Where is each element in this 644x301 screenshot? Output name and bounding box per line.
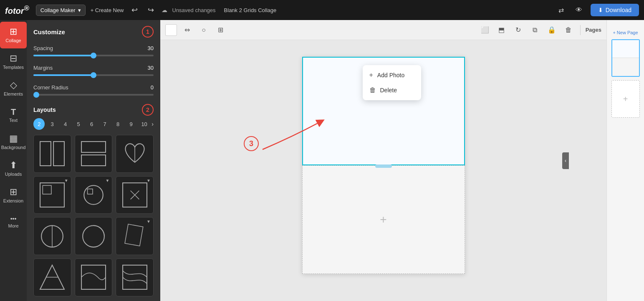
layout-thumb-9[interactable]: ▼ xyxy=(116,217,154,255)
collapse-handle[interactable]: ‹ xyxy=(562,152,569,169)
topbar: fotor® Collage Maker ▾ + Create New ↩ ↪ … xyxy=(0,0,644,20)
margins-slider-fill xyxy=(33,74,93,76)
context-menu-add-photo[interactable]: + Add Photo xyxy=(363,68,421,83)
sidebar-item-uploads[interactable]: ⬆ Uploads xyxy=(0,155,27,182)
margins-value: 30 xyxy=(148,65,154,71)
margins-slider-thumb[interactable] xyxy=(91,72,96,78)
canvas-tool-delete[interactable]: 🗑 xyxy=(562,23,575,37)
create-new-button[interactable]: + Create New xyxy=(91,7,124,13)
share-button[interactable]: ⇄ xyxy=(555,5,567,16)
add-photo-plus-bottom[interactable]: + xyxy=(380,213,386,226)
sidebar-label-more: More xyxy=(8,223,18,228)
corner-radius-value: 0 xyxy=(151,84,154,91)
extension-icon: ⊞ xyxy=(10,187,17,197)
layout-thumb-11[interactable] xyxy=(75,258,113,296)
sidebar-item-more[interactable]: ••• More xyxy=(0,209,27,235)
canvas-tool-align[interactable]: ⬒ xyxy=(495,23,508,37)
layout-num-3[interactable]: 3 xyxy=(46,118,58,130)
layout-thumb-10[interactable] xyxy=(33,258,71,296)
sidebar-label-elements: Elements xyxy=(4,91,23,96)
canvas-tool-refresh[interactable]: ↻ xyxy=(512,23,525,37)
layout-num-10[interactable]: 10 xyxy=(139,118,150,130)
spacing-section: Spacing 30 xyxy=(27,42,160,61)
canvas-tool-grid[interactable]: ⊞ xyxy=(214,23,227,37)
layout-thumb-6[interactable]: ▼ xyxy=(116,176,154,214)
context-menu-delete[interactable]: 🗑 Delete xyxy=(363,83,421,98)
layout-thumb-heart[interactable] xyxy=(116,135,154,173)
svg-rect-2 xyxy=(81,142,106,152)
margins-section: Margins 30 xyxy=(27,61,160,81)
spacing-slider-track[interactable] xyxy=(33,55,154,56)
layout-thumb-1[interactable] xyxy=(33,135,71,173)
annotation-1-circle: 1 xyxy=(142,26,154,38)
sidebar-item-elements[interactable]: ◇ Elements xyxy=(0,75,27,102)
corner-radius-slider-track[interactable] xyxy=(33,94,154,96)
page-blank-1[interactable]: + xyxy=(611,80,640,118)
annotation-3-circle: 3 xyxy=(244,136,259,151)
layout-thumb-5[interactable]: ▼ xyxy=(75,176,113,214)
collage-maker-button[interactable]: Collage Maker ▾ xyxy=(36,5,86,16)
delete-icon: 🗑 xyxy=(369,86,376,94)
canvas-tool-layers[interactable]: ⧉ xyxy=(528,23,542,37)
corner-radius-section: Corner Radius 0 xyxy=(27,81,160,101)
sidebar-item-extension[interactable]: ⊞ Extension xyxy=(0,182,27,209)
add-page-button[interactable]: + New Page xyxy=(613,30,638,35)
sidebar-item-text[interactable]: T Text xyxy=(0,102,27,129)
corner-radius-label: Corner Radius xyxy=(33,84,68,91)
layout-num-2[interactable]: 2 xyxy=(33,118,45,130)
logo: fotor® xyxy=(5,4,29,16)
layout-thumb-8[interactable] xyxy=(75,217,113,255)
canvas-tool-white[interactable] xyxy=(165,24,177,36)
layout-num-5[interactable]: 5 xyxy=(73,118,84,130)
canvas-tool-resize[interactable]: ⇔ xyxy=(180,23,194,37)
undo-button[interactable]: ↩ xyxy=(129,4,140,16)
left-panel: Customize 1 Spacing 30 Margins 30 xyxy=(27,20,160,301)
main-area: ⊞ Collage ⊟ Templates ◇ Elements T Text … xyxy=(0,20,644,301)
layout-more-button[interactable]: › xyxy=(152,121,154,127)
elements-icon: ◇ xyxy=(10,81,17,90)
canvas-viewport[interactable]: 3 + xyxy=(160,40,606,301)
layout-num-4[interactable]: 4 xyxy=(60,118,71,130)
layout-num-6[interactable]: 6 xyxy=(86,118,97,130)
svg-rect-13 xyxy=(125,224,143,246)
layout-num-7[interactable]: 7 xyxy=(99,118,110,130)
page-thumb-1[interactable] xyxy=(611,39,640,77)
redo-button[interactable]: ↪ xyxy=(145,4,157,16)
download-button[interactable]: ⬇ Download xyxy=(591,4,639,16)
cell-resize-handle[interactable] xyxy=(375,164,392,168)
margins-slider-track[interactable] xyxy=(33,74,154,76)
layout-grid: ▼ ▼ ▼ xyxy=(27,135,160,301)
layouts-header-row: Layouts 2 xyxy=(27,101,160,118)
layout-thumb-12[interactable] xyxy=(116,258,154,296)
customize-label: Customize xyxy=(33,28,139,35)
sidebar-label-text: Text xyxy=(9,118,18,123)
preview-button[interactable]: 👁 xyxy=(572,5,586,15)
sidebar-item-collage[interactable]: ⊞ Collage xyxy=(0,22,27,48)
layout-thumb-7[interactable] xyxy=(33,217,71,255)
context-menu: + Add Photo 🗑 Delete xyxy=(363,65,421,100)
sidebar-item-templates[interactable]: ⊟ Templates xyxy=(0,48,27,75)
spacing-slider-thumb[interactable] xyxy=(91,53,96,58)
canvas-cell-bottom[interactable]: + xyxy=(302,165,465,274)
layout-thumb-2[interactable] xyxy=(75,135,113,173)
spacing-label: Spacing xyxy=(33,45,53,51)
customize-header: Customize 1 xyxy=(27,20,160,42)
svg-point-7 xyxy=(84,185,103,205)
download-label: Download xyxy=(606,7,631,13)
layout-numbers-row: 2 3 4 5 6 7 8 9 10 › xyxy=(27,118,160,135)
annotation-2-circle: 2 xyxy=(142,104,154,116)
corner-radius-slider-thumb[interactable] xyxy=(33,92,39,98)
download-icon: ⬇ xyxy=(598,7,603,13)
canvas-tool-frame[interactable]: ⬜ xyxy=(478,23,492,37)
layout-thumb-4[interactable]: ▼ xyxy=(33,176,71,214)
margins-label: Margins xyxy=(33,65,53,71)
svg-rect-3 xyxy=(81,155,106,166)
spacing-slider-fill xyxy=(33,55,93,56)
svg-rect-1 xyxy=(53,142,64,166)
canvas-tool-circle[interactable]: ○ xyxy=(197,23,210,37)
canvas-tool-lock[interactable]: 🔒 xyxy=(545,23,558,37)
layout-num-9[interactable]: 9 xyxy=(125,118,136,130)
templates-icon: ⊟ xyxy=(10,54,17,63)
sidebar-item-background[interactable]: ▦ Background xyxy=(0,129,27,155)
layout-num-8[interactable]: 8 xyxy=(112,118,124,130)
